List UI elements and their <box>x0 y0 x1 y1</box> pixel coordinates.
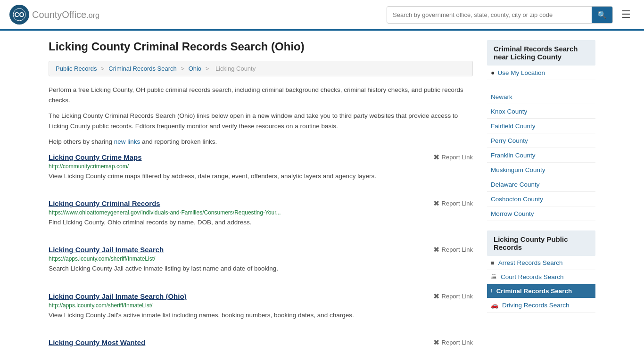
logo-text: CountyOffice.org <box>32 9 99 20</box>
sidebar-record-item[interactable]: 🚗 Driving Records Search <box>487 298 595 313</box>
search-button[interactable]: 🔍 <box>592 7 612 23</box>
logo-icon: CO <box>9 5 29 25</box>
report-icon: ✖ <box>433 199 439 208</box>
sidebar-nearby-link[interactable]: Morrow County <box>491 210 534 217</box>
sidebar-nearby-item[interactable]: Morrow County <box>487 206 595 221</box>
sidebar-record-link[interactable]: Arrest Records Search <box>498 259 563 266</box>
results-container: Licking County Crime Maps ✖ Report Link … <box>49 153 473 353</box>
result-title-link[interactable]: Licking County Jail Inmate Search <box>49 246 164 254</box>
record-type-icon: ■ <box>491 259 495 266</box>
report-link-label: Report Link <box>442 293 473 300</box>
result-title-row: Licking County Criminal Records ✖ Report… <box>49 199 473 208</box>
sidebar-nearby-link[interactable]: Fairfield County <box>491 123 536 130</box>
sidebar-nearby-item[interactable]: Newark <box>487 90 595 104</box>
result-title-link[interactable]: Licking County Crime Maps <box>49 153 142 161</box>
search-bar: 🔍 <box>387 6 613 24</box>
result-title-row: Licking County Crime Maps ✖ Report Link <box>49 153 473 162</box>
breadcrumb-public-records[interactable]: Public Records <box>56 65 97 72</box>
logo-area: CO CountyOffice.org <box>9 5 99 25</box>
sidebar-record-item[interactable]: ■ Arrest Records Search <box>487 256 595 270</box>
sidebar-record-link[interactable]: Driving Records Search <box>502 302 570 309</box>
sidebar-county-list: NewarkKnox CountyFairfield CountyPerry C… <box>487 90 595 221</box>
description-2: The Licking County Criminal Records Sear… <box>49 111 473 131</box>
main-container: Licking County Criminal Records Search (… <box>39 31 605 362</box>
breadcrumb: Public Records > Criminal Records Search… <box>49 61 473 76</box>
result-title-link[interactable]: Licking County Criminal Records <box>49 199 160 207</box>
page-title: Licking County Criminal Records Search (… <box>49 40 473 53</box>
result-title-row: Licking County Most Wanted ✖ Report Link <box>49 338 473 347</box>
sidebar-nearby-link[interactable]: Perry County <box>491 137 528 144</box>
record-type-icon: ! <box>491 288 493 295</box>
sidebar-nearby-item[interactable]: Muskingum County <box>487 163 595 177</box>
result-title-link[interactable]: Licking County Most Wanted <box>49 338 145 346</box>
sidebar-record-link[interactable]: Court Records Search <box>501 273 564 280</box>
sidebar-record-item[interactable]: ! Criminal Records Search <box>487 284 595 298</box>
result-item: Licking County Jail Inmate Search ✖ Repo… <box>49 245 473 278</box>
sidebar-nearby-item[interactable]: Coshocton County <box>487 192 595 206</box>
svg-text:CO: CO <box>15 11 25 18</box>
report-link[interactable]: ✖ Report Link <box>433 338 473 347</box>
breadcrumb-current: Licking County <box>215 65 256 72</box>
header-right: 🔍 ☰ <box>387 6 635 24</box>
sidebar-record-item[interactable]: 🏛 Court Records Search <box>487 270 595 284</box>
sidebar-nearby-link[interactable]: Coshocton County <box>491 196 543 203</box>
sidebar-nearby-title: Criminal Records Search near Licking Cou… <box>487 40 595 66</box>
result-description: View Licking County Jail's active inmate… <box>49 311 473 320</box>
use-my-location-link[interactable]: Use My Location <box>497 69 545 76</box>
header: CO CountyOffice.org 🔍 ☰ <box>0 0 644 31</box>
report-link-label: Report Link <box>442 339 473 346</box>
content-area: Licking County Criminal Records Search (… <box>49 40 473 362</box>
report-link[interactable]: ✖ Report Link <box>433 199 473 208</box>
sidebar-nearby-link[interactable]: Newark <box>491 93 512 100</box>
sidebar-nearby-link[interactable]: Franklin County <box>491 152 536 159</box>
sidebar-use-location[interactable]: ● Use My Location <box>487 66 595 80</box>
description-1: Perform a free Licking County, OH public… <box>49 85 473 105</box>
report-link-label: Report Link <box>442 154 473 161</box>
sidebar-nearby-item[interactable]: Delaware County <box>487 177 595 192</box>
report-link[interactable]: ✖ Report Link <box>433 153 473 162</box>
sidebar-nearby-link[interactable]: Muskingum County <box>491 166 545 173</box>
breadcrumb-criminal-records[interactable]: Criminal Records Search <box>108 65 177 72</box>
result-url: https://apps.lcounty.com/sheriff/InmateL… <box>49 255 473 262</box>
hamburger-icon: ☰ <box>621 8 631 20</box>
sidebar-nearby-item[interactable]: Franklin County <box>487 148 595 163</box>
description-3: Help others by sharing new links and rep… <box>49 137 473 147</box>
breadcrumb-ohio[interactable]: Ohio <box>189 65 201 72</box>
sidebar-nearby-item[interactable]: Knox County <box>487 104 595 119</box>
search-input[interactable] <box>387 8 592 22</box>
sidebar-public-records-title: Licking County Public Records <box>487 230 595 256</box>
report-icon: ✖ <box>433 338 439 347</box>
report-link-label: Report Link <box>442 246 473 253</box>
record-type-icon: 🚗 <box>491 302 498 309</box>
sidebar: Criminal Records Search near Licking Cou… <box>487 40 595 362</box>
result-url: http://apps.lcounty.com/sheriff/InmateLi… <box>49 302 473 309</box>
report-link[interactable]: ✖ Report Link <box>433 245 473 254</box>
report-link[interactable]: ✖ Report Link <box>433 292 473 301</box>
result-title-row: Licking County Jail Inmate Search ✖ Repo… <box>49 245 473 254</box>
sidebar-nearby-link[interactable]: Knox County <box>491 108 527 115</box>
sidebar-record-link[interactable]: Criminal Records Search <box>496 288 572 295</box>
result-description: Search Licking County Jail active inmate… <box>49 264 473 273</box>
result-description: Find Licking County, Ohio criminal recor… <box>49 218 473 227</box>
sidebar-nearby-item[interactable]: Perry County <box>487 133 595 148</box>
result-item: Licking County Criminal Records ✖ Report… <box>49 199 473 232</box>
report-link-label: Report Link <box>442 200 473 207</box>
result-item: Licking County Jail Inmate Search (Ohio)… <box>49 292 473 325</box>
result-url: http://communitycrimemap.com/ <box>49 163 473 170</box>
sidebar-nearby-item[interactable]: Fairfield County <box>487 119 595 133</box>
result-item: Licking County Most Wanted ✖ Report Link <box>49 338 473 353</box>
result-description: View Licking County crime maps filtered … <box>49 172 473 181</box>
sidebar-nearby-list: ● Use My Location <box>487 66 595 80</box>
sidebar-nearby-link[interactable]: Delaware County <box>491 181 540 188</box>
record-type-icon: 🏛 <box>491 273 497 280</box>
report-icon: ✖ <box>433 245 439 254</box>
report-icon: ✖ <box>433 292 439 301</box>
location-pin-icon: ● <box>491 69 495 76</box>
new-links-link[interactable]: new links <box>114 138 140 145</box>
menu-button[interactable]: ☰ <box>618 7 635 23</box>
sidebar-record-list: ■ Arrest Records Search 🏛 Court Records … <box>487 256 595 313</box>
result-url: https://www.ohioattorneygeneral.gov/Indi… <box>49 209 473 216</box>
result-title-link[interactable]: Licking County Jail Inmate Search (Ohio) <box>49 292 187 300</box>
search-icon: 🔍 <box>597 11 607 19</box>
report-icon: ✖ <box>433 153 439 162</box>
